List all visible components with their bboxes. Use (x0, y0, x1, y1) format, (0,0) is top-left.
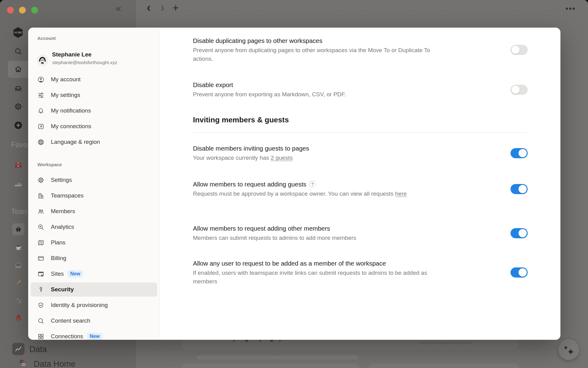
sidebar-item-members[interactable]: Members (31, 204, 157, 218)
teamspaces-section-label: Tean (11, 207, 27, 216)
description-text: Requests must be approved by a workspace… (193, 190, 395, 197)
setting-title: Disable members inviting guests to pages (193, 144, 511, 152)
setting-row-request-guests: Allow members to request adding guests? … (193, 180, 528, 198)
gear-icon (37, 177, 44, 184)
telephone-emoji-icon[interactable] (13, 160, 23, 170)
sidebar-item-data-home[interactable]: Data Home (34, 359, 76, 368)
sidebar-item-label: Language & region (51, 139, 100, 145)
sidebar-item-sites[interactable]: Sites New (31, 267, 157, 281)
sidebar-item-identity-provisioning[interactable]: Identity & provisioning (31, 298, 157, 312)
settings-modal: Account Stephanie Lee stephanie@toolsfor… (28, 28, 560, 340)
sidebar-item-label: Connections (51, 333, 83, 340)
sidebar-item-label: Analytics (51, 224, 74, 230)
sidebar-item-my-notifications[interactable]: My notifications (31, 104, 157, 118)
data-page-icon[interactable] (12, 343, 24, 355)
setting-row-disable-export: Disable export Prevent anyone from expor… (193, 81, 528, 99)
toggle-disable-duplicating[interactable] (511, 45, 528, 55)
coffee-emoji-icon[interactable] (14, 242, 23, 251)
favorites-section-label: Favo (11, 140, 27, 149)
setting-row-disable-guest-invites: Disable members inviting guests to pages… (193, 144, 528, 162)
setting-row-any-user-request: Allow any user to request to be added as… (193, 259, 528, 286)
inbox-icon[interactable] (14, 84, 22, 92)
view-requests-link[interactable]: here (395, 190, 407, 197)
user-name: Stephanie Lee (52, 51, 92, 58)
sidebar-item-my-account[interactable]: My account (31, 72, 157, 86)
toggle-disable-export[interactable] (511, 85, 528, 95)
pencil-emoji-icon[interactable] (14, 278, 23, 287)
sparkle-icon: ✦ (567, 347, 575, 357)
sidebar-item-language-region[interactable]: Language & region (31, 135, 157, 149)
setting-title: Allow members to request adding other me… (193, 224, 511, 232)
guests-count-link[interactable]: 2 guests (271, 155, 293, 161)
sidebar-item-analytics[interactable]: Analytics (31, 220, 157, 234)
backpack-emoji-icon[interactable] (14, 313, 23, 322)
collapse-sidebar-icon[interactable]: « (116, 2, 121, 14)
toggle-knob (518, 149, 527, 157)
sidebar-item-plans[interactable]: Plans (31, 236, 157, 250)
plus-circle-icon[interactable] (14, 121, 23, 130)
bell-icon (37, 107, 44, 114)
more-menu-icon[interactable]: ⋯ (565, 2, 576, 15)
setting-row-request-members: Allow members to request adding other me… (193, 224, 528, 242)
sidebar-item-my-settings[interactable]: My settings (31, 88, 157, 102)
sidebar-item-label: Identity & provisioning (51, 302, 108, 309)
data-home-emoji-icon[interactable] (18, 358, 28, 368)
help-icon[interactable]: ? (309, 181, 315, 187)
screen: « ‹ › + ⋯ ACME Favo (0, 0, 588, 368)
sidebar-item-label: My notifications (51, 107, 91, 114)
sneaker-emoji-icon[interactable] (13, 178, 23, 188)
section-heading: Inviting members & guests (193, 116, 289, 124)
toggle-request-members[interactable] (511, 228, 528, 238)
title-text: Allow members to request adding guests (193, 180, 306, 188)
setting-title: Disable duplicating pages to other works… (193, 36, 511, 45)
mountain-emoji-icon[interactable] (13, 296, 23, 305)
security-settings-panel: Disable duplicating pages to other works… (160, 28, 560, 340)
sidebar-item-security[interactable]: Security (31, 282, 157, 297)
sidebar-item-teamspaces[interactable]: Teamspaces (31, 189, 157, 203)
sidebar-item-content-search[interactable]: Content search (31, 314, 157, 328)
sidebar-item-my-connections[interactable]: My connections (31, 119, 157, 133)
setting-title: Disable export (193, 81, 511, 89)
ai-assistant-button[interactable]: ✦ ✦ (559, 339, 579, 360)
forward-icon[interactable]: › (160, 1, 164, 14)
svg-text:ACME: ACME (14, 31, 22, 34)
new-badge: New (67, 270, 83, 278)
sidebar-item-data[interactable]: Data (29, 345, 47, 354)
user-email: stephanie@toolsforthought.xyz (52, 59, 117, 66)
description-text: Your workspace currently has (193, 155, 271, 161)
arrow-up-right-square-icon (37, 123, 44, 130)
minimize-window-button[interactable] (19, 7, 26, 13)
toggle-knob (518, 185, 527, 193)
sidebar-item-label: Members (51, 208, 75, 215)
sidebar-item-label: My settings (51, 92, 80, 98)
avatar[interactable] (37, 55, 48, 66)
setting-description: Prevent anyone from exporting as Markdow… (193, 90, 447, 99)
toggle-any-user-request[interactable] (511, 267, 528, 278)
toggle-request-guests[interactable] (511, 184, 528, 194)
setting-description: Members can submit requests to admins to… (193, 234, 447, 242)
key-icon (37, 286, 44, 293)
clipped-table-fragment (419, 342, 472, 343)
workspace-section-label: Workspace (37, 162, 62, 167)
laptop-emoji-icon[interactable] (13, 260, 23, 270)
back-icon[interactable]: ‹ (147, 1, 151, 14)
new-tab-icon[interactable]: + (172, 2, 179, 14)
workspace-logo[interactable]: ACME (12, 26, 24, 39)
credit-card-icon (37, 255, 44, 262)
gear-icon[interactable] (14, 102, 22, 111)
close-window-button[interactable] (7, 7, 14, 13)
new-badge: New (87, 333, 103, 340)
section-divider (193, 132, 528, 132)
teamspace-house-icon[interactable] (12, 223, 24, 236)
zoom-window-button[interactable] (31, 7, 38, 13)
sidebar-item-billing[interactable]: Billing (31, 251, 157, 265)
sidebar-item-settings[interactable]: Settings (31, 173, 157, 187)
search-icon[interactable] (14, 47, 22, 56)
sidebar-item-label: Billing (51, 255, 66, 262)
sidebar-item-connections[interactable]: Connections New (31, 329, 157, 340)
toggle-disable-guest-invites[interactable] (511, 148, 528, 158)
sidebar-item-label: Content search (51, 317, 90, 324)
sidebar-item-label: Plans (51, 239, 66, 246)
grid-icon (37, 333, 44, 340)
home-icon[interactable] (14, 65, 22, 73)
